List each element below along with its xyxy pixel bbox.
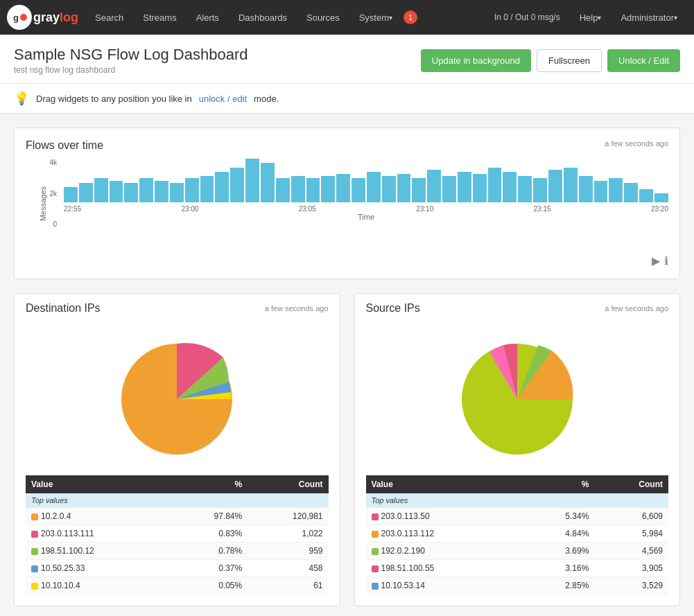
nav-dashboards[interactable]: Dashboards	[229, 0, 297, 35]
source-pie-container	[366, 323, 669, 475]
nav-help[interactable]: Help	[570, 0, 611, 35]
src-color-dot-5	[372, 583, 379, 590]
src-row-5-value: 10.10.53.14	[366, 577, 522, 595]
svg-text:g: g	[13, 12, 19, 23]
bar-chart-bars	[64, 159, 668, 202]
source-ips-timestamp: a few seconds ago	[605, 304, 668, 313]
src-col-count: Count	[594, 475, 668, 493]
source-pie-chart	[444, 330, 590, 468]
bottom-widgets-row: Destination IPs a few seconds ago	[14, 293, 680, 606]
x-axis-label: Time	[64, 213, 668, 221]
dest-col-pct: %	[171, 475, 248, 493]
dest-col-count: Count	[248, 475, 328, 493]
bar	[427, 170, 441, 202]
bar	[594, 181, 608, 203]
flows-widget-header: Flows over time a few seconds ago	[26, 139, 668, 152]
src-row-1-value: 203.0.113.50	[366, 508, 522, 525]
src-col-pct: %	[521, 475, 594, 493]
table-row: 10.50.25.33 0.37% 458	[26, 560, 329, 577]
y-axis-ticks: 4k 2k 0	[43, 159, 57, 228]
page-subtitle: test nsg flow log dashboard	[14, 65, 248, 75]
flows-widget-title: Flows over time	[26, 139, 103, 152]
bar	[533, 178, 547, 202]
bar	[397, 174, 411, 202]
bar	[155, 181, 168, 203]
destination-ips-timestamp: a few seconds ago	[265, 304, 329, 313]
bar	[94, 178, 108, 202]
source-ips-header: Source IPs a few seconds ago	[355, 294, 680, 323]
nav-sources[interactable]: Sources	[297, 0, 349, 35]
src-color-dot-1	[372, 513, 379, 520]
destination-ips-body[interactable]: Value % Count Top values 10.2.0.4 97.84%…	[15, 323, 340, 606]
brand-logo[interactable]: g graylog	[7, 5, 78, 30]
table-row: 198.51.100.55 3.16% 3,905	[366, 560, 669, 577]
dest-color-dot-3	[31, 548, 38, 555]
flows-widget-footer: ▶ ℹ	[26, 254, 668, 267]
info-icon[interactable]: ℹ	[664, 254, 668, 267]
fullscreen-button[interactable]: Fullscreen	[537, 49, 602, 72]
bar	[110, 181, 123, 203]
play-icon[interactable]: ▶	[652, 254, 660, 267]
src-row-3-value: 192.0.2.190	[366, 543, 522, 560]
flows-chart: Messages 4k 2k 0 22:55 23:00 23:05 23:10…	[26, 159, 668, 249]
page-actions: Update in background Fullscreen Unlock /…	[421, 49, 680, 72]
bar	[564, 168, 578, 202]
brand-name: graylog	[33, 10, 78, 25]
src-col-value: Value	[366, 475, 522, 493]
nav-system[interactable]: System	[349, 0, 402, 35]
dest-color-dot-1	[31, 513, 38, 520]
bar	[306, 178, 320, 202]
bar	[139, 178, 153, 202]
bar	[609, 178, 623, 202]
nav-streams[interactable]: Streams	[133, 0, 186, 35]
page-header: Sample NSG Flow Log Dashboard test nsg f…	[0, 35, 694, 84]
bar	[124, 183, 138, 202]
src-color-dot-3	[372, 548, 379, 555]
bar	[412, 178, 426, 202]
update-background-button[interactable]: Update in background	[421, 49, 531, 72]
table-row: 10.2.0.4 97.84% 120,981	[26, 508, 329, 525]
notification-badge[interactable]: 1	[404, 10, 417, 24]
unlock-edit-link[interactable]: unlock / edit	[199, 94, 247, 104]
bar	[458, 172, 471, 202]
bar	[548, 170, 562, 202]
nav-admin[interactable]: Administrator	[611, 0, 687, 35]
src-row-2-value: 203.0.113.112	[366, 525, 522, 543]
dest-color-dot-5	[31, 583, 38, 590]
source-ips-body[interactable]: Value % Count Top values 203.0.113.50 5.…	[355, 323, 680, 606]
source-ips-widget: Source IPs a few seconds ago	[354, 293, 681, 606]
bar	[245, 159, 259, 202]
destination-ips-widget: Destination IPs a few seconds ago	[14, 293, 340, 606]
dest-row-1-count: 120,981	[248, 508, 328, 525]
table-row: 10.10.53.14 2.85% 3,529	[366, 577, 669, 595]
bar	[367, 172, 381, 202]
destination-ips-table: Value % Count Top values 10.2.0.4 97.84%…	[26, 475, 329, 595]
bar	[579, 176, 593, 202]
x-axis-ticks: 22:55 23:00 23:05 23:10 23:15 23:20	[64, 205, 668, 213]
bar	[200, 176, 214, 202]
src-top-values-row: Top values	[366, 493, 669, 508]
bar	[276, 178, 290, 202]
bar	[215, 172, 229, 202]
dest-row-4-value: 10.50.25.33	[26, 560, 171, 577]
bar	[518, 176, 532, 202]
bar	[488, 168, 502, 202]
unlock-edit-button[interactable]: Unlock / Edit	[607, 49, 680, 72]
table-row: 203.0.113.50 5.34% 6,609	[366, 508, 669, 525]
table-row: 198.51.100.12 0.78% 959	[26, 543, 329, 560]
dest-row-1-pct: 97.84%	[171, 508, 248, 525]
dashboard-content: Flows over time a few seconds ago Messag…	[0, 114, 694, 616]
bar	[382, 176, 396, 202]
bar	[261, 163, 275, 202]
bar	[442, 176, 456, 202]
navbar: g graylog Search Streams Alerts Dashboar…	[0, 0, 694, 35]
src-color-dot-2	[372, 531, 379, 538]
source-ips-title: Source IPs	[366, 302, 420, 315]
bar	[79, 183, 93, 202]
source-ips-table: Value % Count Top values 203.0.113.50 5.…	[366, 475, 669, 595]
bar	[624, 183, 638, 202]
bar	[291, 176, 305, 202]
table-row: 10.10.10.4 0.05% 61	[26, 577, 329, 595]
nav-alerts[interactable]: Alerts	[186, 0, 229, 35]
nav-search[interactable]: Search	[85, 0, 133, 35]
